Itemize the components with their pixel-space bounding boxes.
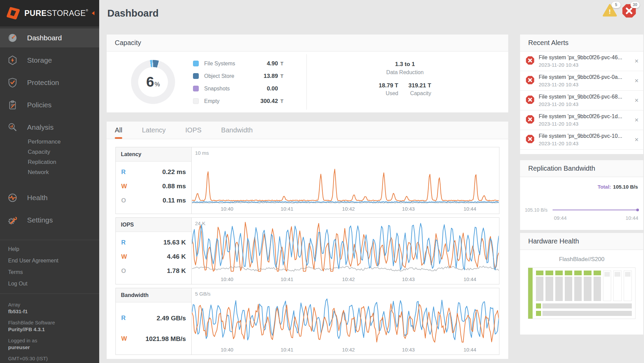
recent-alerts-panel: Recent Alerts File system 'px_9bbc0f26-p… [520,35,643,154]
sidebar-item-replication[interactable]: Replication [28,157,99,167]
sidebar-item-analysis[interactable]: Analysis [0,118,99,137]
iops-x-axis: 10:4010:4110:4210:4310:44 [192,276,499,282]
alert-row[interactable]: File system 'px_9bbc0f26-pvc-46...2023-1… [520,51,643,71]
read-key: R [121,169,126,176]
latency-card: Latency R0.22 ms W0.88 ms O0.11 ms 10 ms… [115,147,499,214]
sidebar-item-policies[interactable]: Policies [0,95,99,114]
svg-text:!: ! [609,8,611,15]
legend-row-empty: Empty 300.42 T [193,95,286,107]
blade-slot-healthy[interactable] [555,271,563,301]
tab-iops[interactable]: IOPS [185,126,201,134]
alert-row[interactable]: File system 'px_9bbc0f26-pvc-68...2023-1… [520,91,643,110]
critical-octagon-icon [525,76,535,85]
latency-card-title: Latency [116,147,191,162]
sidebar-item-label: Dashboard [27,34,62,42]
blade-slot-healthy[interactable] [536,271,543,301]
alert-row[interactable]: File system 'px_9bbc0f26-pvc-0a...2023-1… [520,71,643,91]
bandwidth-x-axis: 10:4010:4110:4210:4310:44 [192,347,499,353]
alert-dismiss-icon[interactable]: × [635,116,639,124]
blade-slot-healthy[interactable] [565,271,572,301]
tab-bandwidth[interactable]: Bandwidth [221,126,253,134]
sidebar-item-health[interactable]: Health [0,188,99,207]
legend-value: 4.90 [267,60,278,67]
sidebar-item-storage[interactable]: Storage [0,51,99,70]
blade-slot-healthy[interactable] [574,271,582,301]
read-value: 15.63 K [163,239,186,246]
performance-panel: All Latency IOPS Bandwidth Latency R0.22… [107,122,508,359]
blade-slot-healthy[interactable] [594,271,601,301]
read-key: R [121,239,126,246]
chassis-module-bar[interactable] [536,311,632,316]
flashblade-chassis-graphic[interactable] [528,268,636,319]
tab-all[interactable]: All [115,126,122,134]
link-log-out[interactable]: Log Out [0,278,99,290]
chassis-module-bar[interactable] [536,303,632,308]
sidebar-collapse-icon[interactable] [92,11,94,15]
data-reduction-ratio: 1.3 to 1 [344,61,466,68]
sidebar-item-label: Policies [27,101,51,109]
sidebar-item-performance[interactable]: Performance [28,137,99,147]
warning-alerts-button[interactable]: ! 5 [602,3,618,20]
blade-slot-empty[interactable] [624,271,632,301]
replication-panel-title: Replication Bandwidth [520,160,643,177]
legend-label: Empty [204,98,219,104]
write-key: W [121,253,127,260]
capacity-legend: File Systems 4.90 T Object Store 13.89 T… [193,57,286,107]
tab-latency[interactable]: Latency [142,126,166,134]
alert-dismiss-icon[interactable]: × [635,57,639,65]
blade-slot-healthy[interactable] [584,271,591,301]
data-reduction-label: Data Reduction [344,69,466,76]
iops-write-stat: W4.46 K [121,250,186,264]
alert-row[interactable]: File system 'px_9bbc0f26-pvc-1d...2023-1… [520,110,643,130]
alert-timestamp: 2023-11-20 10:43 [539,82,632,87]
sidebar-links: Help End User Agreement Terms Log Out [0,243,99,290]
clipboard-pen-icon [7,100,18,110]
sidebar-item-label: Settings [27,216,53,224]
other-value: 0.11 ms [163,197,186,204]
replication-bandwidth-panel: Replication Bandwidth Total:105.10 B/s 1… [520,160,643,230]
latency-other-stat: O0.11 ms [121,193,186,208]
capacity-percent: 6 [146,74,154,90]
recent-alerts-title: Recent Alerts [520,35,643,51]
critical-octagon-icon [525,95,535,104]
legend-value: 13.89 [263,73,278,80]
alert-timestamp: 2023-11-20 10:43 [539,62,632,68]
capacity-percent-unit: % [154,81,160,88]
sidebar-item-protection[interactable]: Protection [0,73,99,92]
alert-dismiss-icon[interactable]: × [635,97,639,104]
purestorage-logo-icon [6,7,20,20]
other-key: O [121,197,126,204]
blade-slot-healthy[interactable] [545,271,553,301]
write-key: W [121,335,127,342]
bandwidth-write-stat: W1021.98 MB/s [121,328,186,349]
link-help[interactable]: Help [0,243,99,255]
alert-title: File system 'px_9bbc0f26-pvc-46... [539,55,632,61]
blade-slot-empty[interactable] [613,271,621,301]
blade-slot-empty[interactable] [603,271,611,301]
hardware-panel-title: Hardware Health [520,233,643,250]
link-terms[interactable]: Terms [0,266,99,278]
sidebar-item-settings[interactable]: Settings [0,211,99,230]
array-label: Array [8,301,99,308]
alert-row[interactable]: File system 'px_9bbc0f26-pvc-10...2023-1… [520,130,643,150]
sidebar-item-dashboard[interactable]: Dashboard [0,28,99,47]
timezone-label: GMT+05:30 (IST) [8,355,99,362]
alert-dismiss-icon[interactable]: × [635,136,639,144]
sidebar-item-capacity[interactable]: Capacity [28,147,99,157]
latency-chart: 10 ms 10:4010:4110:4210:4310:44 [192,147,499,214]
capacity-donut-chart: 6% [131,60,175,104]
performance-tabbar: All Latency IOPS Bandwidth [107,122,508,139]
link-end-user-agreement[interactable]: End User Agreement [0,255,99,266]
other-key: O [121,268,126,275]
alert-title: File system 'px_9bbc0f26-pvc-10... [539,133,632,139]
critical-alerts-button[interactable]: 30 [622,3,637,20]
alert-dismiss-icon[interactable]: × [635,77,639,85]
sidebar-item-network[interactable]: Network [28,167,99,177]
legend-unit: T [280,98,286,104]
capacity-total-value: 319.21 T [408,82,431,89]
pulse-circle-icon [7,193,18,203]
sidebar-item-label: Storage [27,56,52,64]
username: pureuser [8,344,99,351]
page-title: Dashboard [107,0,158,26]
gauge-icon [7,33,18,43]
